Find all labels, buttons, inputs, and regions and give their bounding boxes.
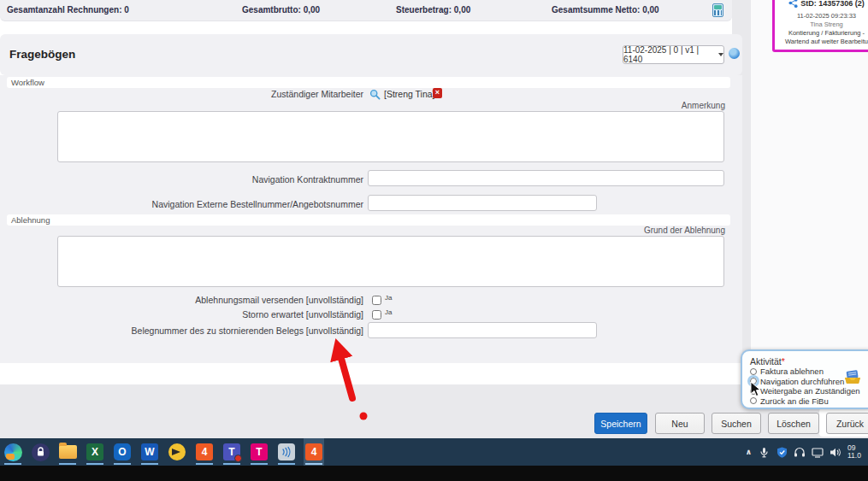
right-panel	[751, 0, 868, 363]
taskbar-teams-button[interactable]: T	[221, 438, 242, 466]
status-state: Wartend auf weiter Bearbeitu	[776, 38, 868, 45]
summary-gross: Gesamtbrutto: 0,00	[242, 5, 320, 15]
activity-option-label: Weitergabe an Zuständigen	[760, 386, 860, 396]
rejection-mail-checkbox[interactable]	[372, 296, 381, 305]
app-4-icon: 4	[196, 443, 213, 460]
section-rejection: Ablehnung	[7, 214, 730, 226]
activity-option-forward[interactable]: Weitergabe an Zuständigen	[750, 386, 868, 396]
headset-icon[interactable]	[794, 446, 806, 458]
workflow-status-card[interactable]: StD: 14357306 (2) 11-02-2025 09:23:33 Ti…	[772, 0, 868, 52]
section-workflow: Workflow	[7, 77, 730, 88]
version-select-value: 11-02-2025 | 0 | v1 | 6140	[623, 45, 714, 64]
required-asterisk: *	[782, 356, 785, 367]
outlook-icon: O	[114, 443, 131, 460]
cancel-doc-number-label: Belegnummer des zu stornierenden Belegs …	[51, 326, 363, 336]
share-icon[interactable]	[788, 0, 798, 9]
status-timestamp: 11-02-2025 09:23:33	[776, 12, 868, 20]
back-button[interactable]: Zurück	[826, 413, 868, 434]
search-button[interactable]: Suchen	[712, 413, 761, 434]
taskbar-browser-button[interactable]	[3, 438, 23, 466]
yellow-mail-icon	[168, 443, 186, 460]
taskbar-jabber-button[interactable]	[276, 438, 297, 466]
app-4-active-icon: 4	[305, 443, 322, 460]
tray-chevron-up-icon[interactable]: ∧	[746, 448, 752, 456]
delete-assignee-icon[interactable]: ×	[433, 88, 442, 98]
taskbar: X O W 4 T T 4	[0, 438, 868, 466]
activity-option-label: Navigation durchführen	[760, 377, 844, 386]
external-order-label: Navigation Externe Bestellnummer/Angebot…	[51, 199, 363, 209]
microphone-icon[interactable]	[758, 446, 770, 458]
rejection-mail-option: Ja	[385, 294, 392, 302]
assignee-label: Zuständiger Mitarbeiter	[51, 89, 363, 99]
content-footer-band	[0, 363, 868, 384]
rejection-mail-label: Ablehnungsmail versenden [unvollständig]	[51, 295, 363, 305]
system-tray: ∧ 09 11.0	[746, 438, 868, 466]
excel-icon: X	[86, 443, 103, 460]
taskbar-keepass-button[interactable]	[30, 438, 50, 466]
save-button[interactable]: Speichern	[594, 413, 647, 434]
note-textarea[interactable]	[57, 111, 724, 162]
word-icon: W	[141, 443, 158, 460]
contract-number-input[interactable]	[368, 170, 724, 186]
status-reference-row: StD: 14357306 (2)	[776, 0, 868, 9]
telekom-icon: T	[251, 443, 268, 460]
history-icon[interactable]	[729, 48, 740, 59]
security-shield-icon[interactable]	[776, 446, 788, 458]
page-header: Fragebögen 11-02-2025 | 0 | v1 | 6140	[0, 34, 742, 75]
taskbar-outlook-button[interactable]: O	[112, 438, 133, 466]
taskbar-excel-button[interactable]: X	[85, 438, 105, 466]
delete-button[interactable]: Löschen	[768, 413, 819, 434]
taskbar-app4-active-button[interactable]: 4	[304, 438, 324, 466]
assignee-value[interactable]: [Streng Tina]	[384, 89, 435, 99]
taskbar-clock[interactable]: 09 11.0	[847, 444, 868, 460]
volume-icon[interactable]	[830, 446, 841, 458]
calculator-icon[interactable]	[712, 3, 723, 17]
activity-option-label: Faktura ablehnen	[760, 367, 824, 376]
activity-option-label: Zurück an die FiBu	[760, 396, 829, 406]
status-user: Tina Streng	[776, 21, 868, 28]
invoice-summary-bar: Gesamtanzahl Rechnungen: 0 Gesamtbrutto:…	[0, 0, 732, 21]
browser-icon	[4, 443, 22, 461]
page-title: Fragebögen	[9, 48, 75, 61]
desktop-bottom-strip	[0, 466, 868, 481]
section-workflow-label: Workflow	[7, 77, 730, 88]
storno-option: Ja	[385, 308, 392, 316]
summary-tax: Steuerbetrag: 0,00	[396, 5, 470, 15]
version-select[interactable]: 11-02-2025 | 0 | v1 | 6140	[623, 45, 724, 64]
taskbar-explorer-button[interactable]	[57, 438, 78, 466]
radio-icon[interactable]	[750, 368, 757, 375]
activity-title-row: Aktivität*	[750, 356, 868, 367]
search-icon[interactable]	[369, 88, 381, 103]
summary-net: Gesamtsumme Netto: 0,00	[552, 5, 659, 15]
note-label: Anmerkung	[428, 101, 725, 110]
keepass-lock-icon	[32, 443, 50, 461]
jabber-waves-icon	[278, 443, 295, 460]
activity-title: Aktivität	[750, 356, 782, 367]
new-button[interactable]: Neu	[655, 413, 705, 434]
external-order-input[interactable]	[368, 195, 597, 211]
taskbar-telekom-button[interactable]: T	[249, 438, 269, 466]
cancel-doc-number-input[interactable]	[368, 322, 597, 338]
clock-date: 11.0	[847, 451, 861, 460]
busy-status-icon	[234, 455, 242, 462]
inbox-icon	[843, 370, 862, 385]
taskbar-app4-button[interactable]: 4	[194, 438, 215, 466]
storno-checkbox[interactable]	[372, 310, 381, 320]
folder-icon	[59, 445, 77, 459]
activity-option-back-fibu[interactable]: Zurück an die FiBu	[750, 396, 868, 407]
chevron-down-icon	[718, 53, 723, 56]
summary-total-invoices: Gesamtanzahl Rechnungen: 0	[7, 5, 129, 15]
taskbar-mail-notifier-button[interactable]	[167, 438, 187, 466]
contract-number-label: Navigation Kontraktnummer	[51, 174, 363, 185]
storno-label: Storno erwartet [unvollständig]	[51, 309, 363, 320]
status-step: Kontierung / Fakturierung -	[776, 29, 868, 37]
activity-card: Aktivität* Faktura ablehnen Navigation d…	[741, 349, 868, 409]
rejection-reason-textarea[interactable]	[57, 236, 724, 287]
taskbar-word-button[interactable]: W	[139, 438, 160, 466]
mouse-cursor	[750, 381, 761, 401]
status-reference: StD: 14357306 (2)	[800, 0, 865, 8]
network-icon[interactable]	[812, 446, 824, 458]
rejection-reason-label: Grund der Ablehnung	[428, 226, 725, 235]
section-rejection-label: Ablehnung	[7, 214, 730, 226]
application-window: Gesamtanzahl Rechnungen: 0 Gesamtbrutto:…	[0, 0, 868, 481]
